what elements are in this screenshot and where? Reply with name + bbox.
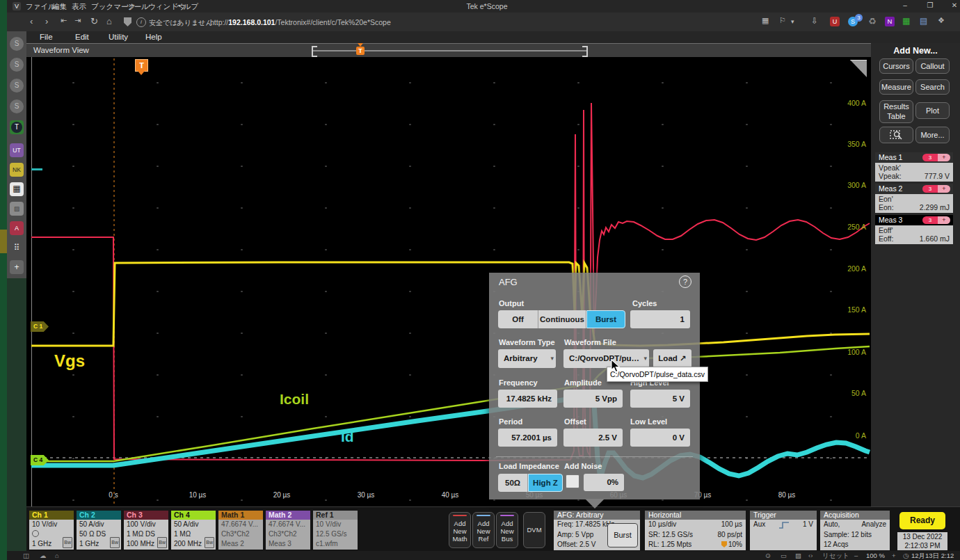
ch3-badge[interactable]: Ch 3 100 V/div 1 MΩ DS 100 MHz Bw bbox=[124, 511, 168, 550]
close-button[interactable]: ✕ bbox=[947, 1, 960, 9]
ch4-badge[interactable]: Ch 4 50 A/div 1 MΩ 200 MHz Bw bbox=[171, 511, 216, 550]
reload-icon[interactable]: ↻ bbox=[90, 16, 98, 26]
search-button[interactable]: Search bbox=[915, 79, 950, 95]
download-icon[interactable]: ⇩ bbox=[811, 16, 818, 26]
reset-zoom-link[interactable]: リセット bbox=[822, 552, 849, 560]
fastforward-icon[interactable]: ⇥ bbox=[74, 16, 81, 25]
amplitude-field[interactable]: 5 Vpp bbox=[563, 390, 623, 408]
zoom-search-button[interactable] bbox=[879, 127, 913, 143]
webpanel-icon-3[interactable]: S bbox=[10, 79, 24, 93]
content-shield-icon[interactable] bbox=[124, 17, 131, 26]
high-level-field[interactable]: 5 V bbox=[630, 390, 690, 408]
impedance-50ohm-button[interactable]: 50Ω bbox=[498, 474, 528, 492]
impedance-highz-button[interactable]: High Z bbox=[528, 474, 563, 492]
measure-button[interactable]: Measure bbox=[879, 79, 913, 95]
back-icon[interactable]: ‹ bbox=[30, 16, 33, 26]
browser-menu-edit[interactable]: 編集 bbox=[52, 2, 67, 12]
waveform-file-dropdown[interactable]: C:/QorvoDPT/pulse...▾ bbox=[563, 349, 649, 368]
printer-icon[interactable]: ▤ bbox=[920, 16, 927, 26]
ublock-extension-icon[interactable]: U bbox=[830, 17, 840, 26]
vivaldi-logo-icon[interactable]: V bbox=[13, 2, 21, 10]
browser-menu-help[interactable]: ヘルプ bbox=[176, 2, 198, 12]
browser-menu-view[interactable]: 表示 bbox=[72, 2, 86, 12]
low-level-field[interactable]: 0 V bbox=[630, 429, 690, 447]
home-view-icon[interactable]: ⌂ bbox=[55, 552, 59, 559]
cloud-icon[interactable]: ☁ bbox=[40, 552, 47, 559]
results-table-button[interactable]: Results Table bbox=[879, 100, 913, 123]
onenote-extension-icon[interactable]: N bbox=[885, 17, 895, 26]
restore-button[interactable]: ❐ bbox=[922, 1, 938, 9]
webpanel-icon-1[interactable]: S bbox=[10, 37, 24, 51]
site-info-icon[interactable]: i bbox=[136, 17, 146, 27]
a-panel-icon[interactable]: A bbox=[10, 221, 24, 235]
trigger-badge[interactable]: Trigger Aux 1 V bbox=[750, 511, 817, 550]
menu-file[interactable]: File bbox=[40, 33, 53, 41]
meas2-source-badge[interactable]: 3+ bbox=[922, 185, 950, 193]
browser-menu-file[interactable]: ファイル bbox=[26, 2, 56, 12]
home-icon[interactable]: ⌂ bbox=[106, 16, 112, 26]
zoom-in-icon[interactable]: + bbox=[892, 552, 896, 559]
noise-percent-field[interactable]: 0% bbox=[584, 474, 624, 491]
code-icon[interactable]: ‹› bbox=[808, 552, 813, 559]
load-button[interactable]: Load ↗ bbox=[653, 349, 691, 368]
acquisition-badge[interactable]: Acquisition Auto,Analyze Sample: 12 bits… bbox=[820, 511, 890, 550]
output-continuous-button[interactable]: Continuous bbox=[538, 310, 586, 328]
callout-button[interactable]: Callout bbox=[915, 58, 950, 74]
dim-panel-icon[interactable]: ▨ bbox=[10, 202, 24, 216]
output-off-button[interactable]: Off bbox=[498, 310, 538, 328]
afg-summary-badge[interactable]: AFG: Arbitrary Freq: 17.4825 kHz Amp: 5 … bbox=[554, 511, 640, 550]
cycles-field[interactable]: 1 bbox=[630, 310, 690, 328]
recycle-extension-icon[interactable]: ♻ bbox=[868, 16, 877, 26]
grid-extension-icon[interactable]: ▦ bbox=[902, 16, 910, 26]
ref1-badge[interactable]: Ref 1 10 V/div 12.5 GS/s c1.wfm bbox=[313, 511, 358, 550]
period-field[interactable]: 57.2001 µs bbox=[498, 429, 557, 447]
ch2-badge[interactable]: Ch 2 50 A/div 50 Ω DS 1 GHz Bw bbox=[77, 511, 121, 550]
address-url[interactable]: http://192.168.0.101/Tektronix#/client/c… bbox=[210, 18, 391, 26]
dvm-button[interactable]: DVM bbox=[523, 512, 545, 548]
horizontal-badge[interactable]: Horizontal 10 µs/div100 µs SR: 12.5 GS/s… bbox=[645, 511, 746, 550]
add-panel-icon[interactable]: + bbox=[10, 260, 24, 274]
menu-utility[interactable]: Utility bbox=[109, 33, 128, 41]
window-layout-icon[interactable]: ▭ bbox=[781, 552, 787, 559]
ut-panel-icon[interactable]: UT bbox=[10, 143, 24, 157]
add-new-ref-button[interactable]: Add New Ref bbox=[472, 512, 495, 548]
more-button[interactable]: More... bbox=[915, 127, 950, 143]
meas3-source-badge[interactable]: 3+ bbox=[922, 216, 950, 224]
offset-field[interactable]: 2.5 V bbox=[563, 429, 623, 447]
tektronix-panel-icon[interactable]: T bbox=[10, 120, 24, 134]
bookmark-icon[interactable]: ⚐ bbox=[779, 16, 786, 25]
apps-grid-icon[interactable]: ⠿ bbox=[10, 241, 24, 255]
meas3-badge[interactable]: Meas 3 3+ Eoff' Eoff:1.660 mJ bbox=[875, 215, 953, 244]
zoom-out-icon[interactable]: – bbox=[854, 552, 858, 559]
tile-pages-icon[interactable]: ▦ bbox=[762, 16, 769, 25]
qr-panel-icon[interactable]: ▦ bbox=[10, 182, 24, 196]
cursors-button[interactable]: Cursors bbox=[879, 58, 913, 74]
webpanel-icon-2[interactable]: S bbox=[10, 58, 24, 72]
image-save-icon[interactable]: ▨ bbox=[795, 552, 801, 559]
ch1-badge[interactable]: Ch 1 10 V/div 1 GHz Bw bbox=[29, 511, 74, 550]
nk-panel-icon[interactable]: NK bbox=[10, 163, 24, 177]
add-new-math-button[interactable]: Add New Math bbox=[449, 512, 471, 548]
meas1-badge[interactable]: Meas 1 3+ Vpeak' Vpeak:777.9 V bbox=[875, 152, 953, 182]
bookmark-caret-icon[interactable]: ▾ bbox=[791, 18, 794, 25]
math1-badge[interactable]: Math 1 47.6674 V... Ch3*Ch2 Meas 2 bbox=[218, 511, 263, 550]
forward-icon[interactable]: › bbox=[45, 16, 48, 26]
math2-badge[interactable]: Math 2 47.6674 V... Ch3*Ch2 Meas 3 bbox=[266, 511, 310, 550]
help-icon[interactable]: ? bbox=[679, 275, 691, 288]
webpanel-icon-4[interactable]: S bbox=[10, 99, 24, 113]
menu-edit[interactable]: Edit bbox=[75, 33, 89, 41]
panel-toggle-icon[interactable]: ◫ bbox=[23, 552, 29, 559]
meas1-source-badge[interactable]: 3+ bbox=[922, 154, 950, 161]
waveform-type-dropdown[interactable]: Arbitrary▾ bbox=[498, 349, 556, 368]
browser-menu-tools[interactable]: ツール bbox=[127, 2, 149, 12]
extensions-puzzle-icon[interactable]: ❖ bbox=[938, 16, 945, 25]
add-noise-checkbox[interactable] bbox=[566, 474, 579, 488]
add-new-bus-button[interactable]: Add New Bus bbox=[496, 512, 518, 548]
meas2-badge[interactable]: Meas 2 3+ Eon' Eon:2.299 mJ bbox=[875, 184, 953, 213]
output-burst-button[interactable]: Burst bbox=[586, 310, 625, 328]
minimize-button[interactable]: – bbox=[897, 1, 913, 9]
rewind-icon[interactable]: ⇤ bbox=[61, 16, 67, 25]
plot-button[interactable]: Plot bbox=[915, 102, 950, 119]
afg-burst-button[interactable]: Burst bbox=[607, 523, 638, 547]
menu-help[interactable]: Help bbox=[145, 33, 162, 41]
